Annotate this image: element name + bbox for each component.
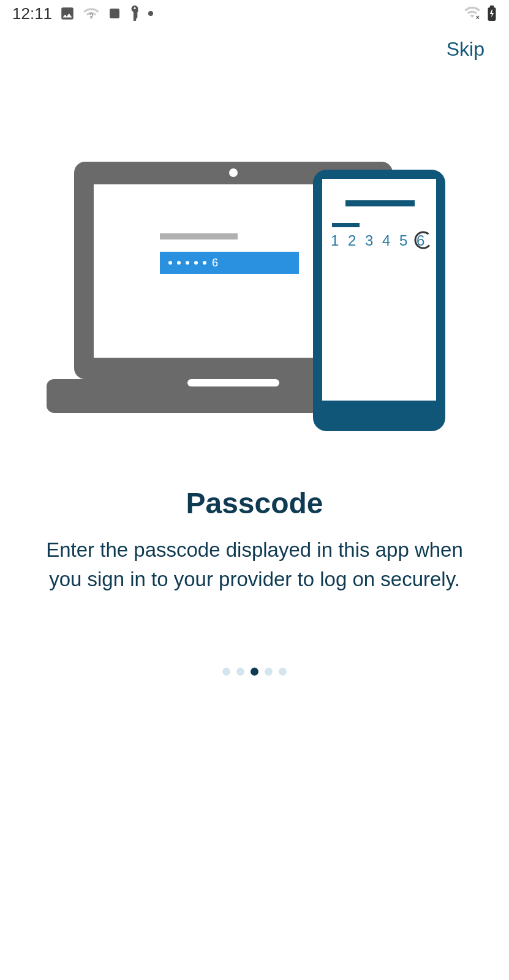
svg-point-19 [194,261,198,265]
status-time: 12:11 [12,4,52,23]
dot-icon [148,10,154,17]
onboarding-illustration: 6 1 2 3 4 5 6 [0,162,509,450]
square-icon [107,6,122,21]
svg-point-17 [177,261,181,265]
svg-text:6: 6 [212,257,218,269]
wifi-x-icon: × [464,6,481,21]
status-bar: 12:11 ? [0,0,509,27]
svg-rect-15 [160,252,299,274]
svg-text:?: ? [89,12,93,20]
page-dot-1[interactable] [222,668,230,676]
onboarding-content: Passcode Enter the passcode displayed in… [0,486,509,594]
page-title: Passcode [37,486,472,520]
page-indicator [0,668,509,676]
svg-point-5 [148,11,153,16]
svg-point-16 [168,261,172,265]
status-right: × [464,6,497,21]
svg-rect-25 [332,223,360,227]
wifi-icon: ? [83,5,100,22]
svg-text:1 2 3 4 5 6: 1 2 3 4 5 6 [331,232,427,249]
svg-rect-23 [322,179,436,401]
svg-rect-13 [187,379,279,386]
svg-rect-24 [345,200,415,206]
svg-point-10 [229,168,238,177]
svg-rect-4 [134,12,136,21]
page-dot-2[interactable] [236,668,244,676]
svg-rect-1 [110,9,119,18]
svg-text:×: × [476,14,480,21]
header: Skip [0,27,509,61]
battery-icon [487,6,497,21]
skip-button[interactable]: Skip [447,38,484,61]
svg-point-18 [186,261,189,265]
status-left: 12:11 ? [12,4,154,23]
key-icon [129,6,140,21]
page-dot-5[interactable] [279,668,287,676]
phone-graphic: 1 2 3 4 5 6 [313,170,445,431]
page-dot-4[interactable] [265,668,273,676]
svg-point-20 [203,261,206,265]
svg-point-3 [134,7,135,9]
page-dot-3[interactable] [251,668,258,676]
image-icon [59,6,75,21]
page-description: Enter the passcode displayed in this app… [37,535,472,594]
svg-rect-14 [160,233,238,239]
svg-rect-8 [490,6,494,8]
